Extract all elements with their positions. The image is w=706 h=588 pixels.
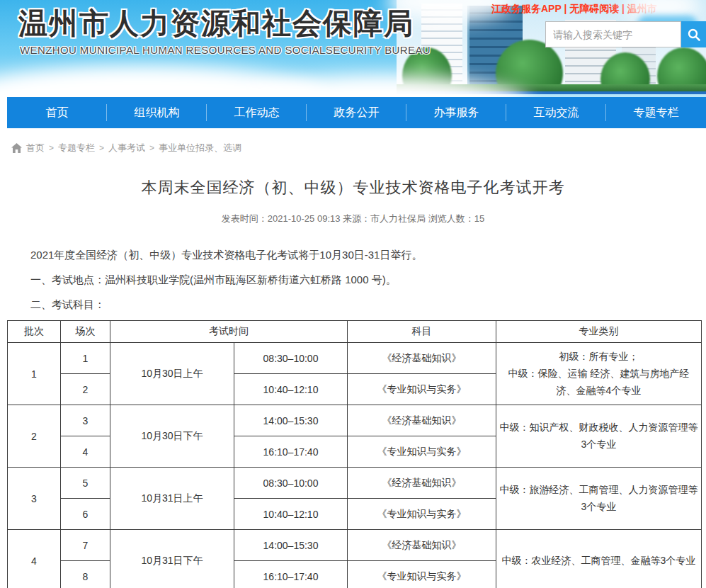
breadcrumb-separator: >	[149, 143, 154, 153]
date-cell: 10月31日下午	[110, 530, 234, 588]
breadcrumb: 首页 > 专题专栏 > 人事考试 > 事业单位招录、选调	[11, 142, 706, 154]
header-batch: 批次	[8, 321, 61, 343]
time-cell: 14:00–15:30	[234, 530, 348, 561]
subject-cell: 《专业知识与实务》	[348, 499, 496, 530]
batch-cell: 4	[8, 530, 61, 588]
time-cell: 10:40–12:10	[234, 499, 348, 530]
batch-cell: 3	[8, 468, 61, 530]
session-no-cell: 5	[61, 468, 110, 499]
table-row: 3 5 10月31日上午 08:30–10:00 《经济基础知识》 中级：旅游经…	[8, 468, 702, 499]
nav-item-interaction[interactable]: 互动交流	[506, 97, 606, 128]
table-header-row: 批次 场次 考试时间 科目 专业类别	[8, 321, 702, 343]
category-cell: 中级：知识产权、财政税收、人力资源管理等3个专业	[496, 405, 702, 468]
search-icon	[687, 28, 701, 42]
breadcrumb-separator: >	[49, 143, 54, 153]
search-button[interactable]	[681, 21, 706, 47]
session-no-cell: 7	[61, 530, 110, 561]
time-cell: 16:10–17:40	[234, 561, 348, 588]
breadcrumb-separator: >	[99, 143, 104, 153]
exam-schedule-table: 批次 场次 考试时间 科目 专业类别 1 1 10月30日上午 08:30–10…	[7, 320, 702, 588]
session-no-cell: 8	[61, 561, 110, 588]
nav-item-organization[interactable]: 组织机构	[107, 97, 207, 128]
site-subtitle: WENZHOU MUNICIPAL HUMAN RESOURCES AND SO…	[20, 44, 431, 56]
breadcrumb-special-topics[interactable]: 专题专栏	[58, 142, 95, 154]
date-cell: 10月30日下午	[110, 405, 234, 468]
nav-item-special-topics[interactable]: 专题专栏	[606, 97, 706, 128]
site-header: 温州市人力资源和社会保障局 WENZHOU MUNICIPAL HUMAN RE…	[0, 0, 706, 97]
time-cell: 10:40–12:10	[234, 374, 348, 405]
subject-cell: 《专业知识与实务》	[348, 561, 496, 588]
table-row: 2 3 10月30日下午 14:00–15:30 《经济基础知识》 中级：知识产…	[8, 405, 702, 436]
session-no-cell: 2	[61, 374, 110, 405]
time-cell: 08:30–10:00	[234, 343, 348, 374]
time-cell: 14:00–15:30	[234, 405, 348, 436]
time-cell: 08:30–10:00	[234, 468, 348, 499]
subject-cell: 《经济基础知识》	[348, 468, 496, 499]
nav-item-home[interactable]: 首页	[7, 97, 107, 128]
search-bar	[545, 21, 706, 47]
header-session: 场次	[61, 321, 110, 343]
subject-cell: 《专业知识与实务》	[348, 374, 496, 405]
breadcrumb-personnel-exam[interactable]: 人事考试	[108, 142, 145, 154]
article-paragraph: 2021年度全国经济（初、中级）专业技术资格电子化考试将于10月30日-31日举…	[7, 247, 699, 264]
session-no-cell: 4	[61, 436, 110, 468]
site-title: 温州市人力资源和社会保障局	[18, 4, 414, 43]
subject-cell: 《经济基础知识》	[348, 343, 496, 374]
nav-item-work-news[interactable]: 工作动态	[207, 97, 307, 128]
time-cell: 16:10–17:40	[234, 436, 348, 468]
home-icon[interactable]	[11, 143, 22, 153]
session-no-cell: 1	[61, 343, 110, 374]
header-subject: 科目	[348, 321, 496, 343]
main-nav: 首页 组织机构 工作动态 政务公开 办事服务 互动交流 专题专栏	[7, 97, 706, 128]
subject-cell: 《经济基础知识》	[348, 530, 496, 561]
article-paragraph: 二、考试科目：	[7, 296, 699, 314]
article-paragraph: 一、考试地点：温州科技职业学院(温州市瓯海区新桥街道六虹桥路 1000 号)。	[7, 271, 699, 289]
category-cell: 中级：旅游经济、工商管理、人力资源管理等3个专业	[496, 468, 702, 530]
article-meta: 发表时间：2021-10-25 09:13 来源：市人力社保局 浏览人数：15	[0, 213, 706, 225]
breadcrumb-home[interactable]: 首页	[26, 142, 45, 154]
table-row: 4 7 10月31日下午 14:00–15:30 《经济基础知识》 中级：农业经…	[8, 530, 702, 561]
batch-cell: 2	[8, 405, 61, 468]
session-no-cell: 6	[61, 499, 110, 530]
date-cell: 10月31日上午	[110, 468, 234, 530]
nav-item-gov-info[interactable]: 政务公开	[307, 97, 406, 128]
table-row: 1 1 10月30日上午 08:30–10:00 《经济基础知识》 初级：所有专…	[8, 343, 702, 374]
session-no-cell: 3	[61, 405, 110, 436]
search-input[interactable]	[545, 21, 681, 47]
article-body: 2021年度全国经济（初、中级）专业技术资格电子化考试将于10月30日-31日举…	[7, 247, 699, 313]
category-cell: 初级：所有专业； 中级：保险、运输 经济、建筑与房地产经济、金融等4个专业	[496, 343, 702, 405]
subject-cell: 《专业知识与实务》	[348, 436, 496, 468]
breadcrumb-current: 事业单位招录、选调	[159, 142, 241, 154]
subject-cell: 《经济基础知识》	[348, 405, 496, 436]
header-exam-time: 考试时间	[110, 321, 348, 343]
nav-item-services[interactable]: 办事服务	[406, 97, 506, 128]
batch-cell: 1	[8, 343, 61, 405]
category-cell: 中级：农业经济、工商管理、金融等3个专业	[496, 530, 702, 588]
header-category: 专业类别	[496, 321, 702, 343]
date-cell: 10月30日上午	[110, 343, 234, 405]
page-title: 本周末全国经济（初、中级）专业技术资格电子化考试开考	[0, 177, 706, 198]
